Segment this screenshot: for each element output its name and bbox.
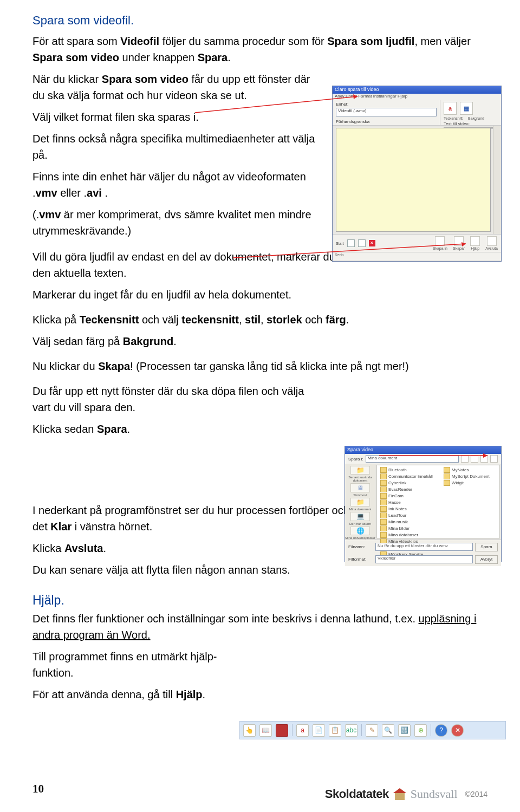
text-bold: Teckensnitt	[80, 314, 139, 326]
toolbar-icon-10[interactable]: ⊕	[414, 724, 427, 737]
text: Klicka sedan	[32, 423, 97, 435]
toolbar-icon-7[interactable]: ✎	[366, 724, 378, 737]
places-bar: 📁 Senast använda dokument 🖥 Skrivbord 📁 …	[345, 464, 375, 540]
toolbar-icon-1[interactable]: 📖	[259, 724, 272, 737]
toolbar-icon-11[interactable]: ?	[435, 724, 447, 737]
brand-house-icon	[393, 788, 406, 800]
text: under knappen	[119, 51, 198, 63]
preview-area	[336, 128, 491, 232]
paragraph-click-spara: Klicka sedan Spara.	[32, 421, 487, 437]
toolbar-icon-12[interactable]: ✕	[451, 724, 464, 737]
text-bold: Bakgrund	[123, 335, 173, 347]
text-bold: vmv	[39, 209, 61, 220]
label-forhands: Förhandsgranska	[336, 119, 437, 124]
text-bold: Hjälp	[176, 688, 203, 700]
place-label: Skrivbord	[353, 493, 367, 497]
folder-item[interactable]: Communicator innehåll	[380, 473, 433, 479]
folder-item[interactable]: MyNotes	[444, 467, 490, 473]
paragraph-hjalp-desc: Det finns fler funktioner och inställnin…	[32, 610, 487, 643]
folder-item[interactable]: Mina databaser	[380, 532, 433, 538]
label-start: Start	[336, 242, 344, 245]
footer-brand: Skoldatatek Sundsvall ©2014	[325, 787, 487, 801]
page-number: 10	[32, 782, 44, 796]
place-label: Mina dokument	[349, 508, 371, 511]
paragraph-no-select: Markerar du inget får du en ljudfil av h…	[32, 287, 487, 303]
new-folder-icon[interactable]	[480, 455, 488, 463]
folder-item[interactable]: Bluetooth	[380, 467, 433, 473]
toolbar-icon-8[interactable]: 🔍	[382, 724, 394, 737]
checkbox-start[interactable]	[347, 239, 355, 247]
delete-icon[interactable]: ✕	[369, 240, 375, 246]
toolbar-icon-2[interactable]: ■	[276, 724, 288, 737]
text: .	[102, 187, 108, 199]
button-skapa-in[interactable]	[435, 236, 445, 246]
scrollbar-vertical[interactable]	[493, 126, 501, 234]
text-bold: Spara som ljudfil	[327, 35, 414, 47]
folder-item[interactable]: FinCam	[380, 493, 433, 499]
place-recent[interactable]: 📁	[350, 466, 370, 475]
text: .	[173, 335, 177, 347]
place-computer[interactable]: 💻	[350, 512, 370, 521]
text: .	[127, 423, 131, 435]
label-teckensnitt: Teckensnitt	[444, 116, 463, 120]
text: , men väljer	[414, 35, 470, 47]
text-bold: Klar	[50, 521, 72, 532]
folder-item[interactable]: Ink Notes	[380, 506, 433, 512]
folder-item[interactable]: Widgit	[444, 480, 490, 486]
button-bakgrund[interactable]: ▦	[460, 102, 473, 115]
folder-item[interactable]: MyScript Dokument	[444, 473, 490, 479]
toolbar-icon-0[interactable]: 👆	[243, 724, 256, 737]
place-network[interactable]: 🌐	[350, 527, 370, 535]
folder-item[interactable]: EvasReader	[380, 486, 433, 492]
heading-spara-videofil: Spara som videofil.	[32, 13, 487, 29]
text-bold: stil	[245, 314, 261, 326]
button-avbryt[interactable]: Avbryt	[475, 555, 498, 564]
text: ,	[239, 314, 245, 326]
folder-item[interactable]: LeadTour	[380, 512, 433, 518]
place-label: Mina nätverksplatser	[345, 536, 375, 540]
toolbar-icon-9[interactable]: 🔠	[398, 724, 411, 737]
nav-back-icon[interactable]	[461, 455, 469, 463]
paragraph-format: Välj vilket format filen ska sparas i.	[32, 109, 320, 125]
folder-item[interactable]: Hasse	[380, 499, 433, 505]
paragraph-multimedia: Det finns också några specifika multimed…	[32, 131, 320, 163]
place-docs[interactable]: 📁	[350, 498, 370, 506]
button-hjalp[interactable]	[470, 236, 480, 246]
text: Nu klickar du	[32, 360, 98, 372]
input-filnamn[interactable]: Nu får du upp ett fönster där du wmv	[375, 543, 473, 551]
screenshot-save-dialog: Spara video Spara i: Mina dokument 📁 Sen…	[344, 446, 502, 562]
toolbar-icon-3[interactable]: a	[296, 724, 309, 737]
place-label: Senast använda dokument	[345, 476, 375, 482]
toolbar-icon-5[interactable]: 📋	[329, 724, 341, 737]
paragraph-skapa: Nu klickar du Skapa! (Processen tar gans…	[32, 358, 487, 374]
toolbar-icon-6[interactable]: abc	[345, 724, 358, 737]
dropdown-enhet[interactable]: Videofil (.wmv)	[336, 108, 437, 116]
button-skapar[interactable]	[454, 236, 464, 246]
place-desktop[interactable]: 🖥	[350, 483, 370, 492]
nav-up-icon[interactable]	[471, 455, 478, 463]
help-toolbar: 👆📖■a📄📋abc✎🔍🔠⊕?✕	[239, 721, 506, 739]
folder-item[interactable]: Min musik	[380, 519, 433, 525]
folder-item[interactable]: Mina bilder	[380, 525, 433, 531]
folder-item[interactable]: Cyberlink	[380, 480, 433, 486]
text: .	[346, 314, 349, 326]
toolbar-icon-4[interactable]: 📄	[313, 724, 325, 737]
label-filnamn: Filnamn:	[348, 544, 373, 549]
window-menubar[interactable]: Arkiv Enhet Format Inställningar Hjälp	[333, 94, 501, 100]
dropdown-filformat[interactable]: Videofiler	[375, 555, 473, 563]
button-avsluta[interactable]	[487, 236, 497, 246]
dropdown-folder[interactable]: Mina dokument	[366, 455, 459, 463]
text-bold: Skapa	[98, 360, 130, 372]
button-spara[interactable]: Spara	[475, 543, 498, 551]
view-icon[interactable]	[490, 455, 498, 463]
dialog-titlebar: Spara video	[345, 446, 501, 454]
text-bold: Spara som video	[102, 73, 188, 85]
file-list[interactable]: BluetoothCommunicator innehållCyberlinkE…	[376, 465, 500, 538]
button-teckensnitt[interactable]: a	[444, 102, 457, 115]
text: Klicka	[32, 542, 64, 554]
text: .	[203, 688, 206, 700]
color-swatch-1[interactable]	[358, 239, 366, 247]
paragraph-goto-hjalp: För att använda denna, gå till Hjälp.	[32, 686, 487, 703]
text-bold: avi	[87, 187, 102, 199]
label-spara-i: Spara i:	[348, 457, 363, 462]
